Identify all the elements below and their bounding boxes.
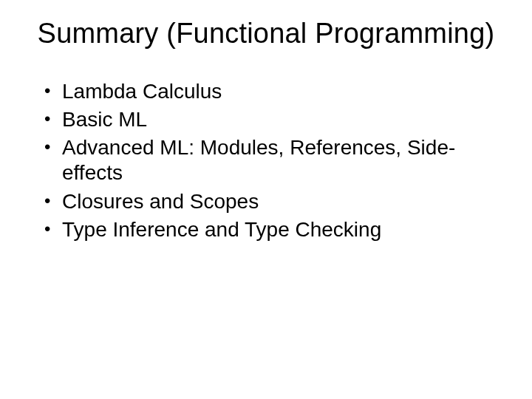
list-item: Lambda Calculus [41,79,497,104]
list-item: Basic ML [41,107,497,132]
list-item: Type Inference and Type Checking [41,217,497,242]
slide-title: Summary (Functional Programming) [35,18,497,50]
list-item: Closures and Scopes [41,189,497,214]
slide: Summary (Functional Programming) Lambda … [0,0,532,399]
list-item: Advanced ML: Modules, References, Side-e… [41,135,497,185]
bullet-list: Lambda Calculus Basic ML Advanced ML: Mo… [35,79,497,242]
